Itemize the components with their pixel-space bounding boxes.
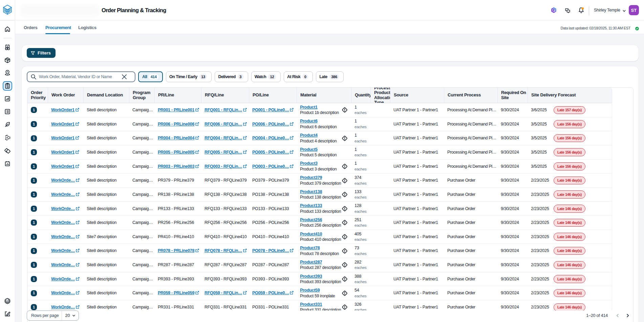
rfq-link[interactable]: RFQ003 - RFQLin… xyxy=(205,164,247,169)
sidebar-item-insights[interactable] xyxy=(4,95,11,102)
tab-procurement[interactable]: Procurement xyxy=(45,25,71,30)
work-order-link[interactable]: WorkOrde… xyxy=(51,262,80,267)
material-link[interactable]: Product256 xyxy=(300,217,322,222)
pr-link[interactable]: PR005 - PRLine005 xyxy=(158,150,199,155)
table-row[interactable]: 1 WorkOrde… Site8 description Campaig… P… xyxy=(27,286,612,300)
work-order-link[interactable]: WorkOrder1 xyxy=(51,150,80,155)
column-header-required-on-site[interactable]: Required OnSite xyxy=(497,88,528,103)
column-header-source[interactable]: Source xyxy=(390,88,444,103)
column-header-process-product-allocation-type[interactable]: ProcessProductAllocationType xyxy=(370,88,390,103)
rfq-link[interactable]: RFQ078 - RFQLin… xyxy=(205,248,247,253)
sidebar-item-feedback[interactable] xyxy=(4,310,11,317)
work-order-link[interactable]: WorkOrde… xyxy=(51,178,80,183)
column-header-po-line[interactable]: PO/Line xyxy=(249,88,297,103)
rfq-link[interactable]: RFQ005 - RFQLin… xyxy=(205,150,247,155)
sidebar-item-settings[interactable] xyxy=(4,298,11,304)
material-link[interactable]: Product4 xyxy=(300,133,318,138)
column-header-material[interactable]: Material xyxy=(297,88,351,103)
sidebar-item-demand-planning[interactable] xyxy=(4,134,11,141)
sidebar-item-orders[interactable] xyxy=(4,57,11,64)
sidebar-item-scheduling[interactable] xyxy=(4,160,11,167)
column-header-pr-line[interactable]: PR/Line xyxy=(154,88,201,103)
po-link[interactable]: PO004 - POLine0… xyxy=(252,136,294,140)
app-logo-icon[interactable] xyxy=(2,4,13,16)
material-link[interactable]: Product379 xyxy=(300,175,322,180)
work-order-link[interactable]: WorkOrde… xyxy=(51,248,80,253)
work-order-link[interactable]: WorkOrde… xyxy=(51,234,80,239)
filter-chip-on-time-early[interactable]: On Time / Early13 xyxy=(166,71,212,82)
po-link[interactable]: PO078 - POLine0… xyxy=(252,248,294,253)
next-page-button[interactable] xyxy=(625,313,630,318)
pr-link[interactable]: PR078 - PRLine078 xyxy=(158,248,199,253)
po-link[interactable]: PO001 - POLine0… xyxy=(252,108,294,112)
column-header-demand-location[interactable]: Demand Location xyxy=(83,88,129,103)
column-header-order-priority[interactable]: OrderPriority xyxy=(27,88,48,103)
filter-chip-delivered[interactable]: Delivered3 xyxy=(215,71,248,82)
filter-chip-all[interactable]: All414 xyxy=(138,71,163,82)
po-link[interactable]: PO006 - POLine0… xyxy=(252,122,294,127)
rfq-link[interactable]: RFQ006 - RFQLin… xyxy=(205,122,247,127)
user-menu[interactable]: Shirley Temple xyxy=(594,8,620,13)
po-link[interactable]: PO005 - POLine0… xyxy=(252,150,294,155)
table-row[interactable]: 1 WorkOrde… Site7 description Campaig… P… xyxy=(27,230,612,244)
material-link[interactable]: Product59 xyxy=(300,288,320,293)
search-input[interactable] xyxy=(39,74,121,79)
work-order-link[interactable]: WorkOrde… xyxy=(51,277,80,281)
sidebar-item-network[interactable] xyxy=(4,69,11,76)
work-order-link[interactable]: WorkOrder1 xyxy=(51,122,80,127)
sidebar-item-sustainability[interactable] xyxy=(4,121,11,128)
table-row[interactable]: 1 WorkOrde… Site8 description Campaig… P… xyxy=(27,258,612,272)
filter-chip-watch[interactable]: Watch12 xyxy=(251,71,281,82)
material-link[interactable]: Product331 xyxy=(300,302,322,307)
sidebar-item-plans[interactable] xyxy=(4,108,11,115)
pr-link[interactable]: PR003 - PRLine003 xyxy=(158,164,199,169)
rfq-link[interactable]: RFQ001 - RFQLin… xyxy=(205,108,247,112)
previous-page-button[interactable] xyxy=(615,313,620,318)
work-order-link[interactable]: WorkOrder1 xyxy=(51,164,80,169)
filter-chip-late[interactable]: Late386 xyxy=(316,71,344,82)
table-row[interactable]: 1 WorkOrde… Site8 description Campaig… P… xyxy=(27,174,612,188)
material-link[interactable]: Product6 xyxy=(300,119,318,123)
table-row[interactable]: 1 WorkOrder1 Site8 description Campaig… … xyxy=(27,131,612,145)
work-order-link[interactable]: WorkOrde… xyxy=(51,291,80,295)
column-header-work-order[interactable]: Work Order xyxy=(48,88,83,103)
sidebar-item-home[interactable] xyxy=(4,26,11,32)
pr-link[interactable]: PR001 - PRLine001 xyxy=(158,108,199,112)
material-link[interactable]: Product138 xyxy=(300,189,322,194)
rows-per-page-select[interactable]: Rows per page 20 xyxy=(27,310,79,321)
rfq-link[interactable]: RFQ059 - RFQLin… xyxy=(205,291,247,295)
table-row[interactable]: 1 WorkOrder1 Site8 description Campaig… … xyxy=(27,160,612,174)
material-link[interactable]: Product78 xyxy=(300,246,320,250)
material-link[interactable]: Product410 xyxy=(300,232,322,236)
table-row[interactable]: 1 WorkOrder1 Site8 description Campaig… … xyxy=(27,117,612,132)
avatar[interactable]: ST xyxy=(629,5,639,15)
work-order-link[interactable]: WorkOrder1 xyxy=(51,136,80,140)
table-row[interactable]: 1 WorkOrde… Site8 description Campaig… P… xyxy=(27,272,612,286)
table-row[interactable]: 1 WorkOrde… Site8 description Campaig… P… xyxy=(27,202,612,216)
sidebar-item-supply-planning[interactable] xyxy=(4,147,11,154)
column-header-site-delivery-forecast[interactable]: Site Delivery Forecast xyxy=(528,88,612,103)
column-header-current-process[interactable]: Current Process xyxy=(444,88,497,103)
column-header-rfq-line[interactable]: RFQ/Line xyxy=(201,88,249,103)
material-link[interactable]: Product287 xyxy=(300,260,322,264)
column-header-quantity[interactable]: Quantity/ xyxy=(351,88,370,103)
filter-chip-at-risk[interactable]: At Risk0 xyxy=(284,71,313,82)
tab-logistics[interactable]: Logistics xyxy=(78,25,96,30)
pr-link[interactable]: PR004 - PRLine004 xyxy=(158,136,199,140)
work-order-link[interactable]: WorkOrde… xyxy=(51,305,80,309)
material-link[interactable]: Product5 xyxy=(300,147,318,152)
assistant-q-icon[interactable] xyxy=(551,7,557,14)
work-order-link[interactable]: WorkOrde… xyxy=(51,192,80,197)
work-order-link[interactable]: WorkOrder1 xyxy=(51,108,80,112)
notifications-bell-icon[interactable] xyxy=(578,7,585,14)
table-row[interactable]: 1 WorkOrde… Site8 description Campaig… P… xyxy=(27,244,612,258)
filters-button[interactable]: Filters xyxy=(27,48,56,58)
material-link[interactable]: Product1 xyxy=(300,105,318,110)
tab-orders[interactable]: Orders xyxy=(24,25,37,30)
search-clear-icon[interactable] xyxy=(121,74,127,80)
table-row[interactable]: 1 WorkOrde… Site8 description Campaig… P… xyxy=(27,188,612,202)
sidebar-item-order-tracking[interactable] xyxy=(4,83,11,89)
feedback-chat-icon[interactable] xyxy=(564,7,571,14)
sidebar-item-explore[interactable] xyxy=(4,44,11,51)
po-link[interactable]: PO003 - POLine0… xyxy=(252,164,294,169)
